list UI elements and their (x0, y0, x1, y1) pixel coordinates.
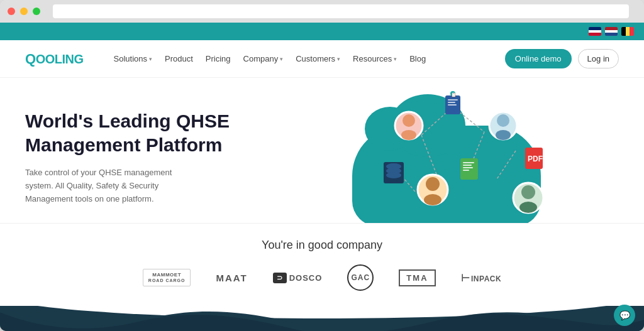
maximize-dot[interactable] (33, 8, 40, 15)
svg-line-4 (497, 151, 516, 179)
wave-svg (0, 306, 644, 331)
svg-text:PDF: PDF (528, 155, 543, 163)
logo-text: QOOLING (25, 51, 84, 67)
logo-inpack: ⊢inpack (461, 272, 502, 284)
svg-point-31 (424, 194, 441, 205)
top-bar (0, 23, 644, 40)
hero-visual: 📋 (274, 103, 619, 210)
svg-rect-7 (448, 99, 458, 100)
svg-point-28 (386, 172, 401, 178)
nav-resources[interactable]: Resources ▾ (353, 54, 397, 63)
svg-rect-21 (463, 167, 473, 168)
minimize-dot[interactable] (20, 8, 28, 15)
svg-point-13 (402, 114, 415, 127)
online-demo-button[interactable]: Online demo (505, 49, 572, 68)
flag-be[interactable] (621, 27, 634, 36)
svg-rect-9 (448, 104, 457, 106)
logo-maat: MAAT (216, 273, 247, 283)
hero-text: World's Leading QHSE Management Platform… (25, 103, 274, 210)
nav-blog[interactable]: Blog (409, 54, 426, 63)
flag-nl[interactable] (605, 27, 618, 36)
nav-customers[interactable]: Customers ▾ (296, 54, 340, 63)
svg-rect-20 (463, 165, 472, 166)
nav-company[interactable]: Company ▾ (243, 54, 284, 63)
close-dot[interactable] (8, 8, 15, 15)
logo-dosco: ⊃ DOSCO (273, 273, 323, 283)
nav-buttons: Online demo Log in (505, 49, 619, 68)
svg-text:📋: 📋 (451, 92, 457, 97)
browser-content: QOOLING Solutions ▾ Product Pricing Comp… (0, 23, 644, 331)
svg-point-34 (519, 202, 537, 213)
svg-point-17 (496, 130, 511, 140)
logos-title: You're in good company (25, 239, 619, 252)
nav-links: Solutions ▾ Product Pricing Company ▾ Cu (114, 54, 485, 63)
bottom-wave (0, 306, 644, 331)
login-button[interactable]: Log in (578, 49, 619, 68)
chat-widget[interactable]: 💬 (614, 305, 635, 326)
chevron-down-icon: ▾ (280, 56, 283, 62)
logo[interactable]: QOOLING (25, 51, 84, 67)
svg-point-33 (521, 185, 535, 199)
hero-title: World's Leading QHSE Management Platform (25, 109, 274, 156)
svg-rect-18 (460, 158, 478, 180)
hero-subtitle: Take control of your QHSE management sys… (25, 166, 201, 205)
svg-point-30 (426, 177, 440, 191)
logo-tma: TMA (399, 269, 435, 286)
nav-solutions[interactable]: Solutions ▾ (114, 54, 152, 63)
chat-icon: 💬 (619, 310, 630, 320)
address-bar[interactable] (53, 4, 629, 18)
chevron-down-icon: ▾ (337, 56, 340, 62)
hero-section: World's Leading QHSE Management Platform… (0, 78, 644, 223)
svg-rect-8 (448, 102, 455, 103)
navbar: QOOLING Solutions ▾ Product Pricing Comp… (0, 40, 644, 78)
logos-row: MAMMOET ROAD CARGO MAAT ⊃ DOSCO GAC TMA … (25, 264, 619, 291)
nav-product[interactable]: Product (165, 54, 193, 63)
logos-section: You're in good company MAMMOET ROAD CARG… (0, 223, 644, 306)
svg-point-14 (401, 130, 416, 140)
cloud-illustration: 📋 (340, 88, 553, 224)
svg-rect-22 (463, 170, 469, 171)
logo-mammoet: MAMMOET ROAD CARGO (143, 269, 191, 286)
svg-line-3 (421, 135, 437, 176)
svg-point-16 (497, 114, 509, 127)
chevron-down-icon: ▾ (149, 56, 152, 62)
logo-gac: GAC (347, 264, 374, 291)
cloud-svg: 📋 (340, 88, 553, 224)
svg-rect-19 (463, 162, 474, 163)
nav-pricing[interactable]: Pricing (206, 54, 231, 63)
browser-chrome (0, 0, 644, 23)
chevron-down-icon: ▾ (394, 56, 397, 62)
flag-uk[interactable] (589, 27, 601, 36)
